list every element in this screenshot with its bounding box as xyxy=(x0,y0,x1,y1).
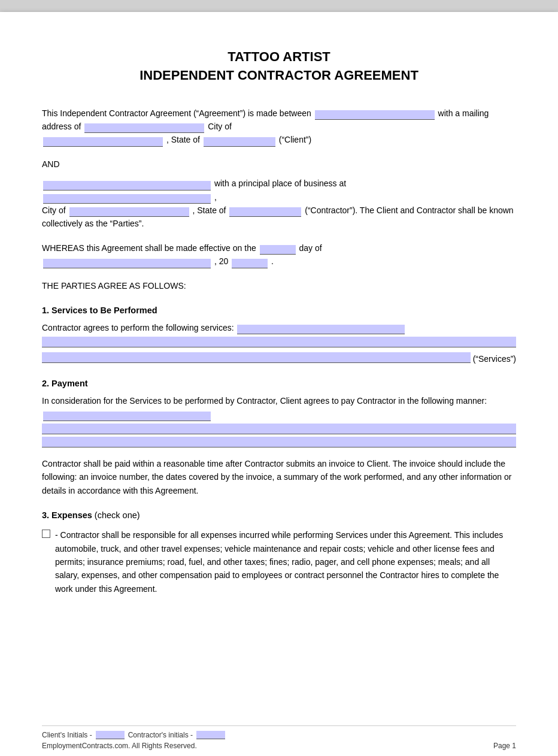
clients-initials-field[interactable] xyxy=(96,731,125,739)
title-block: TATTOO ARTIST INDEPENDENT CONTRACTOR AGR… xyxy=(42,48,516,85)
services-row-3: (“Services”) xyxy=(42,350,516,365)
section2-invoice-text: Contractor shall be paid within a reason… xyxy=(42,459,511,495)
effective-day-field[interactable] xyxy=(260,245,296,255)
services-trailing: (“Services”) xyxy=(471,352,516,365)
section3-checkbox-block: - Contractor shall be responsible for al… xyxy=(42,528,516,595)
section2-invoice-para: Contractor shall be paid within a reason… xyxy=(42,457,516,497)
footer-copyright: EmploymentContracts.com. All Rights Rese… xyxy=(42,742,197,750)
footer-bottom: EmploymentContracts.com. All Rights Rese… xyxy=(42,742,516,750)
section2-body: In consideration for the Services to be … xyxy=(42,394,516,447)
section1-para-text: Contractor agrees to perform the followi… xyxy=(42,323,234,332)
effective-year-field[interactable] xyxy=(232,259,268,268)
contractor-name-field[interactable] xyxy=(43,181,211,190)
footer-initials-row: Client's Initials - Contractor's initial… xyxy=(42,731,516,739)
section1-body: Contractor agrees to perform the followi… xyxy=(42,321,516,365)
and-block: AND with a principal place of business a… xyxy=(42,158,516,231)
whereas-day-label: day of xyxy=(299,243,322,253)
intro-city-label: City of xyxy=(208,122,232,131)
clients-initials-label: Client's Initials - xyxy=(42,731,92,739)
section3-heading-suffix: (check one) xyxy=(95,510,140,520)
intro-client-label: (“Client”) xyxy=(279,135,311,144)
contractors-initials-label: Contractor's initials - xyxy=(128,731,193,739)
effective-month-field[interactable] xyxy=(43,259,211,268)
intro-para2: with a principal place of business at , … xyxy=(42,177,516,231)
contractor-city-field[interactable] xyxy=(69,207,189,217)
mailing-address-field[interactable] xyxy=(84,123,204,133)
section3-heading: 3. Expenses (check one) xyxy=(42,510,516,520)
title-line1: TATTOO ARTIST xyxy=(42,48,516,66)
payment-field-3[interactable] xyxy=(42,437,516,447)
intro-business-label: with a principal place of business at xyxy=(214,179,346,188)
title-line2: INDEPENDENT CONTRACTOR AGREEMENT xyxy=(42,66,516,85)
contractors-initials-field[interactable] xyxy=(196,731,225,739)
business-address-field[interactable] xyxy=(43,194,211,204)
parties-agree-block: THE PARTIES AGREE AS FOLLOWS: xyxy=(42,279,516,292)
payment-field-1[interactable] xyxy=(43,412,211,421)
whereas-year-label: , 20 xyxy=(214,256,228,266)
section1-heading: 1. Services to Be Performed xyxy=(42,306,516,315)
intro-state-label: , State of xyxy=(166,135,200,144)
intro-city2-label: City of xyxy=(42,205,66,215)
and-label: AND xyxy=(42,158,516,171)
whereas-block: WHEREAS this Agreement shall be made eff… xyxy=(42,241,516,268)
whereas-text: WHEREAS this Agreement shall be made eff… xyxy=(42,243,256,253)
intro-text-1: This Independent Contractor Agreement (“… xyxy=(42,108,311,118)
services-field-2[interactable] xyxy=(42,337,516,347)
client-city-field[interactable] xyxy=(43,137,163,147)
services-field-3[interactable] xyxy=(42,352,471,363)
document-page: TATTOO ARTIST INDEPENDENT CONTRACTOR AGR… xyxy=(0,12,558,756)
parties-agree-text: THE PARTIES AGREE AS FOLLOWS: xyxy=(42,281,186,291)
section3-checkbox-text: - Contractor shall be responsible for al… xyxy=(55,528,516,595)
payment-field-2[interactable] xyxy=(42,424,516,434)
whereas-period: . xyxy=(271,256,274,266)
footer-page: Page 1 xyxy=(493,742,516,750)
intro-text-comma: , xyxy=(214,192,217,202)
client-state-field[interactable] xyxy=(204,137,275,147)
client-name-field[interactable] xyxy=(315,110,435,120)
section1-heading-text: 1. Services to Be Performed xyxy=(42,306,157,315)
section3-heading-text: 3. Expenses xyxy=(42,510,92,520)
section2-heading-text: 2. Payment xyxy=(42,379,88,388)
expenses-checkbox[interactable] xyxy=(42,530,50,538)
intro-state2-label: , State of xyxy=(192,205,226,215)
contractor-state-field[interactable] xyxy=(229,207,301,217)
section2-para-text: In consideration for the Services to be … xyxy=(42,396,487,406)
section2-heading: 2. Payment xyxy=(42,379,516,388)
services-field-1[interactable] xyxy=(237,325,405,334)
footer: Client's Initials - Contractor's initial… xyxy=(42,725,516,750)
intro-para1: This Independent Contractor Agreement (“… xyxy=(42,107,516,147)
